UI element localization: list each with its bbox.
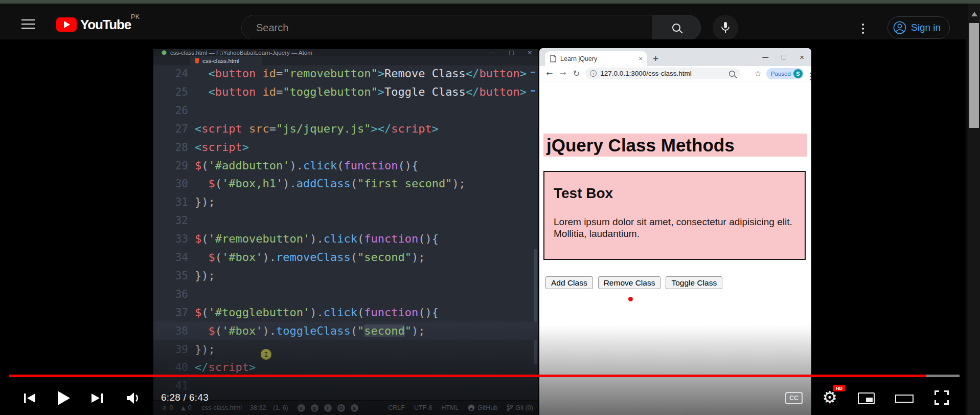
maximize-icon[interactable]: ▢: [509, 49, 514, 56]
html5-file-icon: [195, 58, 199, 64]
line-number: 28: [153, 138, 188, 157]
subtitles-cc-button[interactable]: CC: [785, 392, 803, 404]
code-line-29[interactable]: 29$('#addbutton').click(function(){: [153, 157, 538, 175]
youtube-watch-page: YouTube PK Sign in: [0, 0, 980, 415]
line-number: 33: [153, 230, 188, 248]
zoom-icon[interactable]: [729, 71, 735, 77]
code-line-36[interactable]: 36: [153, 285, 538, 303]
line-number: 37: [153, 303, 188, 322]
chrome-tab-learn-jquery[interactable]: Learn jQuery ×: [545, 51, 647, 66]
scrollbar-up-arrow-icon[interactable]: [971, 12, 977, 16]
test-box-text: Lorem ipsum dolor sit amet, consectetur …: [554, 216, 798, 239]
chrome-toolbar: ← → ↻ 127.0.0.1:3000/css-class.html ☆ Pa…: [539, 66, 811, 81]
youtube-logo-text: YouTube: [80, 17, 131, 33]
youtube-play-icon: [56, 17, 77, 32]
code-line-27[interactable]: 27<script src="js/jquery.js"></script>: [153, 120, 538, 138]
code-line-35[interactable]: 35});: [153, 267, 538, 285]
country-code-label: PK: [131, 13, 140, 20]
url-text[interactable]: 127.0.0.1:3000/css-class.html: [600, 70, 692, 77]
toggle-class-button[interactable]: Toggle Class: [666, 276, 722, 289]
atom-logo-icon: [162, 50, 167, 55]
back-icon[interactable]: ←: [546, 69, 553, 78]
test-box: Test Box Lorem ipsum dolor sit amet, con…: [543, 171, 806, 260]
add-class-button[interactable]: Add Class: [545, 276, 593, 289]
line-number: 35: [153, 267, 188, 285]
minimize-icon[interactable]: —: [762, 54, 768, 61]
close-icon[interactable]: ×: [528, 49, 532, 56]
line-number: 38: [153, 322, 188, 340]
page-scrollbar[interactable]: [968, 4, 980, 415]
fullscreen-icon[interactable]: [935, 390, 949, 405]
previous-icon[interactable]: [22, 391, 37, 405]
code-line-40[interactable]: 40</script>: [153, 358, 538, 377]
time-display: 6:28 / 6:43: [161, 392, 209, 403]
video-progress-bar[interactable]: [9, 375, 960, 377]
remove-class-button[interactable]: Remove Class: [598, 276, 661, 289]
demo-buttons-row: Add ClassRemove ClassToggle Class: [545, 276, 722, 289]
code-line-34[interactable]: 34 $('#box').removeClass("second");: [153, 248, 538, 267]
line-number: 24: [153, 65, 188, 83]
hamburger-menu-icon[interactable]: [21, 19, 35, 29]
chrome-tab-title: Learn jQuery: [560, 55, 597, 62]
volume-icon[interactable]: [126, 391, 143, 405]
paused-label: Paused: [771, 71, 791, 77]
code-line-32[interactable]: 32: [153, 211, 538, 230]
signin-button[interactable]: Sign in: [887, 16, 950, 39]
atom-window-controls: — ▢ ×: [490, 49, 532, 56]
code-line-25[interactable]: 25 <button id="togglebutton">Toggle Clas…: [153, 83, 538, 101]
search-input[interactable]: [256, 22, 624, 34]
line-number: 40: [153, 358, 188, 377]
code-line-24[interactable]: 24 <button id="removebutton">Remove Clas…: [153, 65, 538, 83]
atom-tab-bar: css-class.html: [153, 56, 538, 65]
search-button[interactable]: [652, 15, 701, 40]
code-line-31[interactable]: 31});: [153, 193, 538, 211]
close-icon[interactable]: ×: [800, 53, 804, 61]
play-icon[interactable]: [56, 390, 71, 406]
address-bar[interactable]: 127.0.0.1:3000/css-class.html: [585, 68, 740, 79]
sync-paused-badge[interactable]: Paused S: [766, 68, 804, 79]
next-icon[interactable]: [90, 391, 104, 405]
page-favicon-icon: [550, 55, 556, 62]
browser-menu-kebab-icon[interactable]: [810, 73, 811, 75]
kebab-menu-icon[interactable]: [862, 24, 864, 26]
line-number: 30: [153, 174, 188, 193]
chrome-tab-strip: Learn jQuery × + — ×: [539, 48, 811, 66]
bookmark-star-icon[interactable]: ☆: [755, 69, 762, 78]
reload-icon[interactable]: ↻: [573, 69, 580, 78]
line-number: 32: [153, 211, 188, 230]
line-number: 39: [153, 340, 188, 359]
atom-window-title: css-class.html — F:\YahooBaba\Learn-Jque…: [170, 50, 312, 56]
code-line-39[interactable]: 39});: [153, 340, 538, 359]
scrollbar-thumb[interactable]: [969, 23, 979, 128]
theater-mode-icon[interactable]: [895, 395, 914, 403]
atom-code-editor[interactable]: I 24 <button id="removebutton">Remove Cl…: [153, 65, 538, 400]
site-info-icon[interactable]: [590, 70, 597, 77]
search-box[interactable]: [241, 15, 653, 40]
code-line-33[interactable]: 33$('#removebutton').click(function(){: [153, 230, 538, 248]
line-number: 25: [153, 83, 188, 101]
forward-icon[interactable]: →: [559, 69, 566, 78]
profile-avatar: S: [793, 69, 803, 78]
code-line-37[interactable]: 37$('#togglebutton').click(function(){: [153, 303, 538, 322]
code-line-38[interactable]: 38 $('#box').toggleClass("second");: [153, 322, 538, 340]
code-line-28[interactable]: 28<script>: [153, 138, 538, 157]
youtube-logo[interactable]: YouTube PK: [56, 17, 131, 32]
demo-page-content: jQuery Class Methods Test Box Lorem ipsu…: [539, 82, 811, 415]
code-line-30[interactable]: 30 $('#box,h1').addClass("first second")…: [153, 174, 538, 193]
screencast-click-indicator: [628, 297, 633, 301]
top-page-strip: [0, 0, 980, 4]
code-line-26[interactable]: 26: [153, 101, 538, 120]
voice-search-button[interactable]: [713, 15, 738, 40]
maximize-icon[interactable]: [782, 55, 786, 59]
atom-tab-css-class[interactable]: css-class.html: [190, 56, 262, 65]
youtube-masthead: YouTube PK Sign in: [0, 4, 980, 39]
page-title: jQuery Class Methods: [543, 134, 807, 157]
tab-close-icon[interactable]: ×: [639, 55, 643, 62]
new-tab-button[interactable]: +: [653, 51, 658, 66]
chrome-browser-window: Learn jQuery × + — × ← → ↻ 127.0.0.1:300…: [539, 48, 811, 415]
cc-label: CC: [789, 395, 799, 402]
minimize-icon[interactable]: —: [490, 49, 495, 56]
video-player[interactable]: css-class.html — F:\YahooBaba\Learn-Jque…: [0, 39, 966, 415]
miniplayer-icon[interactable]: [858, 392, 875, 404]
hd-quality-badge: HD: [833, 385, 845, 391]
